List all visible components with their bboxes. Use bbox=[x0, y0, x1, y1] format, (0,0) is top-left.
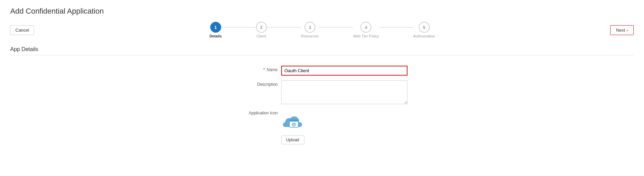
step-circle-4: 4 bbox=[360, 22, 371, 33]
step-circle-5: 5 bbox=[419, 22, 430, 33]
icon-label: Application Icon bbox=[237, 109, 281, 115]
step-item-2: 2 Client bbox=[256, 22, 267, 38]
step-connector-3-4 bbox=[319, 27, 353, 28]
svg-point-3 bbox=[293, 124, 294, 125]
name-label: * Name bbox=[237, 66, 281, 72]
step-circle-3: 3 bbox=[304, 22, 315, 33]
step-label-2: Client bbox=[257, 34, 266, 38]
description-row: Description bbox=[237, 80, 407, 104]
application-icon bbox=[282, 111, 304, 133]
step-circle-1: 1 bbox=[210, 22, 221, 33]
top-bar: Cancel 1 Details 2 Client 3 bbox=[10, 22, 634, 38]
svg-rect-1 bbox=[289, 120, 298, 122]
step-connector-1-2 bbox=[222, 27, 256, 28]
cancel-button[interactable]: Cancel bbox=[10, 25, 34, 35]
icon-area: Upload bbox=[281, 111, 304, 144]
step-item-3: 3 Resources bbox=[301, 22, 319, 38]
svg-line-10 bbox=[292, 126, 293, 126]
step-item-1: 1 Details bbox=[210, 22, 222, 38]
stepper: 1 Details 2 Client 3 Resources bbox=[34, 22, 610, 38]
section-title: App Details bbox=[10, 46, 634, 55]
description-textarea[interactable] bbox=[281, 80, 407, 104]
page-title: Add Confidential Application bbox=[10, 7, 634, 16]
icon-row: Application Icon bbox=[237, 109, 407, 144]
svg-line-11 bbox=[295, 123, 295, 124]
page-wrapper: Add Confidential Application Cancel 1 De… bbox=[0, 0, 644, 176]
step-label-3: Resources bbox=[301, 34, 319, 38]
step-label-1: Details bbox=[210, 34, 222, 38]
step-label-5: Authorization bbox=[413, 34, 435, 38]
step-label-4: Web Tier Policy bbox=[353, 34, 379, 38]
step-circle-2: 2 bbox=[256, 22, 267, 33]
step-item-4: 4 Web Tier Policy bbox=[353, 22, 379, 38]
name-row: * Name bbox=[237, 66, 407, 76]
form-area: * Name Description Application Icon bbox=[10, 62, 634, 148]
upload-button[interactable]: Upload bbox=[281, 135, 304, 144]
svg-line-8 bbox=[292, 123, 293, 124]
step-connector-2-3 bbox=[267, 27, 301, 28]
description-label: Description bbox=[237, 80, 281, 87]
step-item-5: 5 Authorization bbox=[413, 22, 435, 38]
step-connector-4-5 bbox=[379, 27, 413, 28]
next-button[interactable]: Next › bbox=[610, 25, 634, 35]
next-chevron-icon: › bbox=[627, 28, 628, 33]
svg-line-9 bbox=[295, 126, 295, 126]
required-star: * bbox=[263, 67, 265, 72]
name-input[interactable] bbox=[281, 66, 407, 76]
